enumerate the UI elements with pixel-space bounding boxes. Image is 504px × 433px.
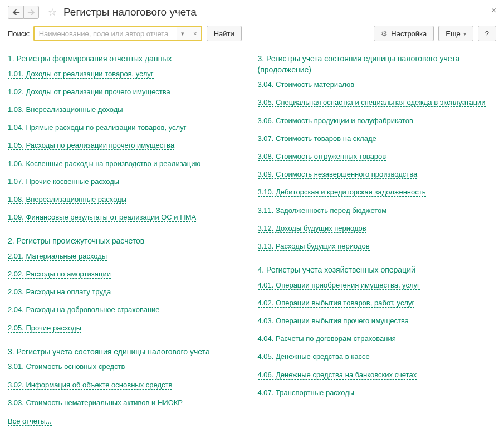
search-label: Поиск:: [8, 30, 30, 38]
report-link[interactable]: 3.02. Информация об объекте основных сре…: [8, 381, 172, 390]
more-button[interactable]: Еще ▾: [438, 26, 473, 41]
back-button[interactable]: 🡨: [8, 6, 23, 19]
report-link[interactable]: 2.05. Прочие расходы: [8, 324, 81, 333]
report-link[interactable]: 3.05. Специальная оснастка и специальная…: [258, 98, 486, 107]
page-title: Регистры налогового учета: [63, 6, 197, 18]
search-clear-icon[interactable]: ×: [189, 27, 201, 40]
report-link[interactable]: 4.05. Денежные средства в кассе: [258, 352, 370, 361]
gear-icon: ⚙: [381, 30, 388, 38]
report-link[interactable]: 3.12. Доходы будущих периодов: [258, 224, 366, 233]
report-link[interactable]: 3.10. Дебиторская и кредиторская задолже…: [258, 188, 426, 197]
favorite-icon[interactable]: ☆: [47, 7, 58, 18]
group-title: 2. Регистры промежуточных расчетов: [8, 236, 247, 247]
search-input[interactable]: [35, 27, 177, 40]
report-link[interactable]: 1.08. Внереализационные расходы: [8, 195, 126, 204]
report-link[interactable]: 1.05. Расходы по реализации прочего имущ…: [8, 141, 174, 150]
report-link[interactable]: 4.06. Денежные средства на банковских сч…: [258, 371, 417, 380]
report-link[interactable]: 4.03. Операции выбытия прочего имущества: [258, 317, 409, 325]
report-link[interactable]: 1.01. Доходы от реализации товаров, услу…: [8, 70, 154, 79]
report-link[interactable]: 2.04. Расходы на добровольное страховани…: [8, 305, 160, 314]
group-title: 4. Регистры учета хозяйственных операций: [258, 265, 497, 276]
report-link[interactable]: 3.03. Стоимость нематериальных активов и…: [8, 398, 183, 407]
all-reports-link[interactable]: Все отчеты...: [8, 417, 52, 426]
find-button[interactable]: Найти: [207, 26, 242, 41]
report-link[interactable]: 3.13. Расходы будущих периодов: [258, 242, 370, 251]
report-link[interactable]: 3.01. Стоимость основных средств: [8, 362, 125, 371]
report-link[interactable]: 3.08. Стоимость отгруженных товаров: [258, 152, 386, 161]
report-link[interactable]: 1.06. Косвенные расходы на производство …: [8, 159, 200, 168]
search-dropdown-icon[interactable]: ▾: [177, 27, 189, 40]
help-button[interactable]: ?: [478, 26, 496, 41]
close-icon[interactable]: ×: [491, 6, 496, 16]
report-link[interactable]: 3.09. Стоимость незавершенного производс…: [258, 170, 418, 179]
report-link[interactable]: 1.02. Доходы от реализации прочего имуще…: [8, 87, 170, 96]
report-link[interactable]: 1.04. Прямые расходы по реализации товар…: [8, 123, 186, 132]
settings-label: Настройка: [391, 30, 427, 38]
report-link[interactable]: 3.11. Задолженность перед бюджетом: [258, 206, 387, 215]
report-link[interactable]: 3.07. Стоимость товаров на складе: [258, 134, 376, 143]
forward-button[interactable]: 🡪: [23, 6, 39, 19]
report-link[interactable]: 2.01. Материальные расходы: [8, 252, 107, 261]
group-title: 1. Регистры формирования отчетных данных: [8, 53, 247, 65]
settings-button[interactable]: ⚙ Настройка: [374, 26, 434, 41]
more-label: Еще: [446, 30, 460, 38]
report-link[interactable]: 3.04. Стоимость материалов: [258, 80, 355, 89]
report-link[interactable]: 2.02. Расходы по амортизации: [8, 270, 111, 279]
report-link[interactable]: 4.04. Расчеты по договорам страхования: [258, 334, 396, 343]
report-link[interactable]: 2.03. Расходы на оплату труда: [8, 288, 111, 296]
report-link[interactable]: 3.06. Стоимость продукции и полуфабрикат…: [258, 116, 413, 125]
report-link[interactable]: 1.07. Прочие косвенные расходы: [8, 177, 119, 186]
chevron-down-icon: ▾: [463, 31, 466, 37]
report-link[interactable]: 1.09. Финансовые результаты от реализаци…: [8, 213, 196, 222]
group-title: 3. Регистры учета состояния единицы нало…: [8, 347, 247, 358]
group-title: 3. Регистры учета состояния единицы нало…: [258, 53, 497, 75]
report-link[interactable]: 1.03. Внереализационные доходы: [8, 105, 123, 114]
report-link[interactable]: 4.07. Транспортные расходы: [258, 388, 355, 397]
report-link[interactable]: 4.02. Операции выбытия товаров, работ, у…: [258, 299, 415, 308]
report-link[interactable]: 4.01. Операции приобретения имущества, у…: [258, 281, 420, 290]
